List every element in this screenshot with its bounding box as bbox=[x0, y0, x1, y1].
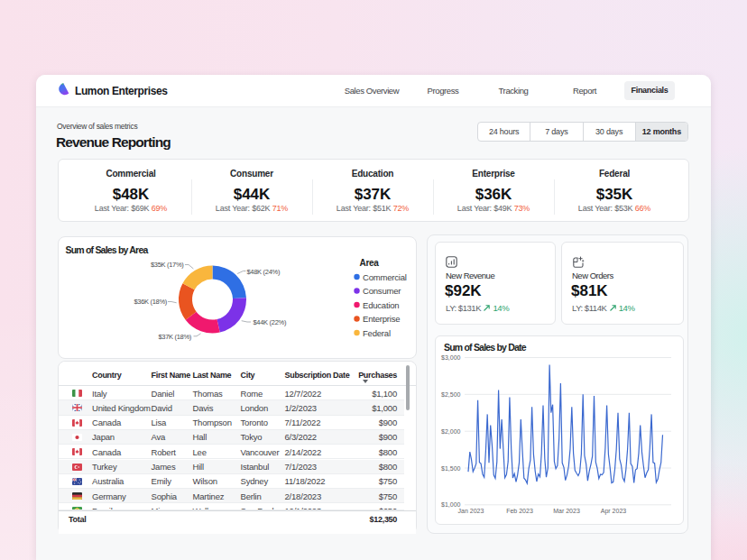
svg-text:Feb 2023: Feb 2023 bbox=[506, 508, 533, 514]
svg-text:$35K (17%): $35K (17%) bbox=[151, 261, 184, 269]
svg-text:$44K (22%): $44K (22%) bbox=[254, 318, 287, 326]
svg-text:$37K (18%): $37K (18%) bbox=[158, 333, 191, 341]
svg-text:Apr 2023: Apr 2023 bbox=[601, 508, 627, 515]
svg-text:$1,500: $1,500 bbox=[441, 465, 461, 472]
svg-text:Consumer: Consumer bbox=[363, 286, 401, 296]
svg-text:Enterprise: Enterprise bbox=[363, 314, 400, 324]
svg-text:Mar 2023: Mar 2023 bbox=[553, 508, 580, 514]
svg-text:$36K (18%): $36K (18%) bbox=[134, 298, 167, 306]
svg-text:Commercial: Commercial bbox=[363, 272, 407, 282]
svg-text:$2,500: $2,500 bbox=[441, 391, 461, 398]
svg-text:Jan 2023: Jan 2023 bbox=[458, 508, 484, 514]
svg-text:$48K (24%): $48K (24%) bbox=[247, 268, 281, 276]
svg-text:Federal: Federal bbox=[363, 328, 391, 338]
svg-text:$2,000: $2,000 bbox=[441, 428, 461, 435]
svg-text:$3,000: $3,000 bbox=[441, 354, 461, 361]
svg-text:Area: Area bbox=[360, 258, 380, 268]
svg-text:Education: Education bbox=[363, 300, 399, 310]
